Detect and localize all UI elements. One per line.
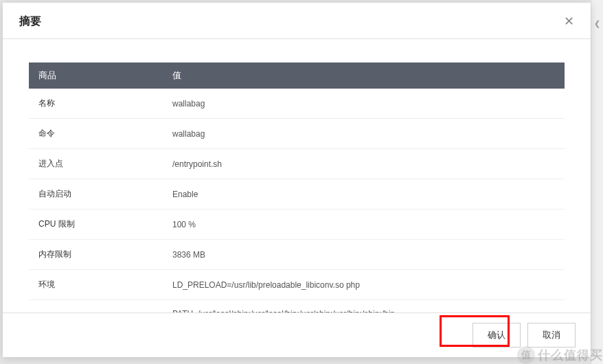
table-row: 自动启动Enable bbox=[29, 179, 565, 209]
row-value: PATH=/usr/local/sbin:/usr/local/bin:/usr… bbox=[163, 300, 565, 313]
row-label: 进入点 bbox=[29, 149, 163, 179]
table-row: PATH=/usr/local/sbin:/usr/local/bin:/usr… bbox=[29, 300, 565, 313]
row-value: LD_PRELOAD=/usr/lib/preloadable_libiconv… bbox=[163, 270, 565, 300]
row-label: 名称 bbox=[29, 89, 163, 119]
modal-footer: 确认 取消 bbox=[3, 312, 591, 357]
row-label: 命令 bbox=[29, 119, 163, 149]
table-row: 名称wallabag bbox=[29, 89, 565, 119]
table-row: 进入点/entrypoint.sh bbox=[29, 149, 565, 179]
row-label bbox=[29, 300, 163, 313]
summary-table: 商品 值 名称wallabag 命令wallabag 进入点/entrypoin… bbox=[29, 62, 565, 312]
background-edge: ❮ bbox=[591, 0, 603, 364]
row-value: wallabag bbox=[163, 89, 565, 119]
modal-header: 摘要 ✕ bbox=[3, 3, 591, 39]
chevron-icon: ❮ bbox=[594, 19, 600, 28]
table-header-row: 商品 值 bbox=[29, 62, 565, 89]
confirm-button[interactable]: 确认 bbox=[473, 323, 521, 348]
row-value: 100 % bbox=[163, 209, 565, 240]
table-body: 名称wallabag 命令wallabag 进入点/entrypoint.sh … bbox=[29, 89, 565, 312]
table-row: 命令wallabag bbox=[29, 119, 565, 149]
row-value: wallabag bbox=[163, 119, 565, 149]
modal-title: 摘要 bbox=[19, 14, 41, 29]
close-icon[interactable]: ✕ bbox=[561, 14, 577, 29]
table-row: 内存限制3836 MB bbox=[29, 240, 565, 270]
modal-body[interactable]: 商品 值 名称wallabag 命令wallabag 进入点/entrypoin… bbox=[3, 39, 591, 312]
cancel-button[interactable]: 取消 bbox=[527, 323, 576, 348]
header-col-value: 值 bbox=[163, 62, 565, 89]
table-row: 环境LD_PRELOAD=/usr/lib/preloadable_libico… bbox=[29, 270, 565, 300]
row-value: 3836 MB bbox=[163, 240, 565, 270]
summary-modal: 摘要 ✕ 商品 值 名称wallabag 命令wallabag 进入点/entr… bbox=[3, 3, 591, 357]
row-label: 自动启动 bbox=[29, 179, 163, 209]
row-label: CPU 限制 bbox=[29, 209, 163, 240]
table-row: CPU 限制100 % bbox=[29, 209, 565, 240]
row-label: 环境 bbox=[29, 270, 163, 300]
row-value: Enable bbox=[163, 179, 565, 209]
row-value: /entrypoint.sh bbox=[163, 149, 565, 179]
header-col-item: 商品 bbox=[29, 62, 163, 89]
row-label: 内存限制 bbox=[29, 240, 163, 270]
